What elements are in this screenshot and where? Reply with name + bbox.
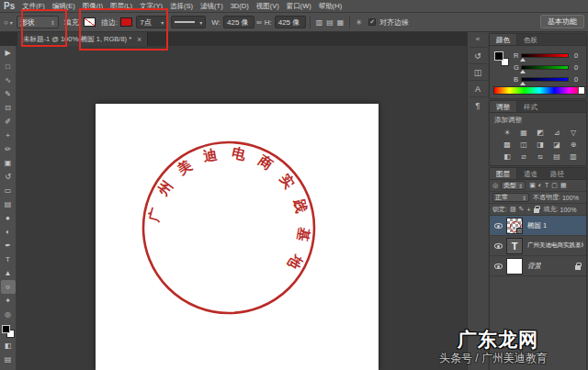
character-panel-icon[interactable]: A <box>469 80 487 96</box>
slider-thumb[interactable] <box>520 58 526 62</box>
tab-adjustments[interactable]: 调整 <box>490 101 517 112</box>
menu-item[interactable]: 滤镜(T) <box>200 2 223 11</box>
menu-item[interactable]: 视图(V) <box>256 2 279 11</box>
crop-tool[interactable]: ⊡ <box>1 101 16 115</box>
slider-thumb[interactable] <box>520 82 526 85</box>
brush-tool[interactable]: ✏ <box>1 142 16 156</box>
blur-tool[interactable]: ● <box>1 211 16 225</box>
foreground-color-swatch[interactable] <box>494 51 503 61</box>
tab-styles[interactable]: 样式 <box>517 101 544 112</box>
layer-row-text[interactable]: T 广州美迪电商实践基地 <box>490 236 586 256</box>
ellipse-tool[interactable]: ○ <box>1 280 16 294</box>
path-alignment-icon[interactable]: ▤ <box>326 18 334 27</box>
adjustment-icon[interactable]: ▦ <box>515 127 532 139</box>
tab-channels[interactable]: 通道 <box>517 168 544 179</box>
lasso-tool[interactable]: ∿ <box>1 73 16 87</box>
eraser-tool[interactable]: ▭ <box>1 184 16 197</box>
menu-item[interactable]: 选择(S) <box>170 2 193 11</box>
zoom-tool[interactable]: ◎ <box>1 308 16 321</box>
menu-item[interactable]: 3D(D) <box>231 2 249 11</box>
tool-preset-picker[interactable]: ○ ▾ <box>4 18 13 27</box>
adjustment-icon[interactable]: ⊕ <box>565 139 582 151</box>
layer-filter-select[interactable]: 类型 ⇕ <box>501 181 526 190</box>
collapse-panels-icon[interactable]: « <box>476 35 480 43</box>
lock-option-icon[interactable]: ▨ <box>510 206 516 213</box>
layer-filter-icon[interactable]: T <box>545 182 548 189</box>
quick-selection-tool[interactable]: ✎ <box>1 87 16 101</box>
blue-slider[interactable] <box>521 77 569 82</box>
path-selection-tool[interactable]: ▲ <box>1 266 16 280</box>
clone-stamp-tool[interactable]: ▣ <box>1 156 16 170</box>
layer-thumbnail[interactable] <box>506 258 523 275</box>
screen-mode-button[interactable]: ▤ <box>1 353 16 366</box>
eyedropper-tool[interactable]: ✐ <box>1 115 16 129</box>
menu-item[interactable]: 帮助(H) <box>319 2 342 11</box>
canvas[interactable]: 广州美迪电商实践基地 <box>96 104 379 370</box>
shape-width-field[interactable]: 425 像 <box>223 16 254 28</box>
adjustment-icon[interactable]: ☀ <box>499 127 515 139</box>
visibility-eye-icon[interactable] <box>494 243 503 249</box>
shape-height-field[interactable]: 425 像 <box>275 16 306 28</box>
adjustment-icon[interactable]: ▽ <box>565 127 582 139</box>
layer-filter-icon[interactable]: ◐ <box>538 182 542 189</box>
red-slider[interactable] <box>521 53 569 58</box>
marquee-tool[interactable]: □ <box>1 60 16 73</box>
align-edges-checkbox[interactable]: ✓ <box>368 18 376 26</box>
adjustment-icon[interactable]: ▩ <box>499 139 515 151</box>
adjustment-icon[interactable]: ◩ <box>532 127 548 139</box>
tab-color[interactable]: 颜色 <box>490 34 517 45</box>
layer-filter-icon[interactable]: ▢ <box>551 182 558 189</box>
dodge-tool[interactable]: ◐ <box>1 225 16 239</box>
lock-option-icon[interactable]: ✎ <box>519 206 525 213</box>
tab-swatches[interactable]: 色板 <box>517 34 544 45</box>
color-spectrum-ramp[interactable] <box>493 86 585 95</box>
adjustment-icon[interactable]: ◪ <box>548 139 565 151</box>
fill-value[interactable]: 100% <box>560 207 577 213</box>
type-tool[interactable]: T <box>1 252 16 266</box>
blend-mode-select[interactable]: 正常 ⇕ <box>492 193 529 202</box>
workspace-switcher-button[interactable]: 基本功能 <box>540 15 584 28</box>
layer-row-ellipse[interactable]: 椭圆 1 <box>490 216 586 236</box>
history-panel-icon[interactable]: ↺ <box>469 47 487 63</box>
gradient-tool[interactable]: ▤ <box>1 197 16 211</box>
history-brush-tool[interactable]: ↺ <box>1 170 16 184</box>
adjustment-icon[interactable]: ▤ <box>548 151 565 163</box>
pen-tool[interactable]: ✒ <box>1 239 16 252</box>
adjustment-icon[interactable]: ◫ <box>515 139 532 151</box>
adjustment-icon[interactable]: ⧅ <box>532 151 548 163</box>
foreground-color-swatch[interactable] <box>2 325 10 333</box>
panel-color-swatches[interactable] <box>494 51 509 66</box>
adjustment-icon[interactable]: ▥ <box>565 151 582 163</box>
layer-filter-icon[interactable]: ▣ <box>529 182 536 189</box>
link-dimensions-icon[interactable]: ∞ <box>256 18 262 27</box>
paragraph-panel-icon[interactable]: ¶ <box>469 96 487 113</box>
quick-mask-button[interactable]: ◧ <box>1 339 16 353</box>
adjustment-icon[interactable]: ⧄ <box>515 151 532 163</box>
tab-paths[interactable]: 路径 <box>544 168 571 179</box>
move-tool[interactable]: ▶ <box>1 46 16 60</box>
visibility-eye-icon[interactable] <box>494 263 503 269</box>
text-layer-thumbnail[interactable]: T <box>506 238 523 254</box>
white-chip[interactable] <box>578 87 584 94</box>
properties-panel-icon[interactable]: ◫ <box>469 63 487 80</box>
hand-tool[interactable]: ✦ <box>1 294 16 308</box>
menu-item[interactable]: 窗口(W) <box>287 2 311 11</box>
healing-brush-tool[interactable]: + <box>1 129 16 142</box>
layer-thumbnail[interactable] <box>506 218 523 234</box>
slider-thumb[interactable] <box>520 70 526 73</box>
stroke-type-select[interactable]: ▾ <box>171 16 206 28</box>
visibility-eye-icon[interactable] <box>494 223 503 229</box>
path-arrange-icon[interactable]: ▦ <box>337 18 345 27</box>
green-slider[interactable] <box>521 65 569 70</box>
adjustment-icon[interactable]: ⊿ <box>548 127 565 139</box>
color-swatches[interactable] <box>1 324 16 339</box>
opacity-value[interactable]: 100% <box>562 195 579 201</box>
layer-filter-icon[interactable]: ▦ <box>560 182 567 189</box>
path-operations-icon[interactable]: ▥ <box>316 18 323 27</box>
adjustment-icon[interactable]: ◧ <box>499 151 515 163</box>
tab-layers[interactable]: 图层 <box>490 168 517 179</box>
lock-option-icon[interactable]: + <box>526 207 530 213</box>
gear-icon[interactable]: ✳ <box>356 18 362 27</box>
layer-row-background[interactable]: 背景 <box>490 256 586 276</box>
lock-all-icon[interactable] <box>534 208 539 213</box>
